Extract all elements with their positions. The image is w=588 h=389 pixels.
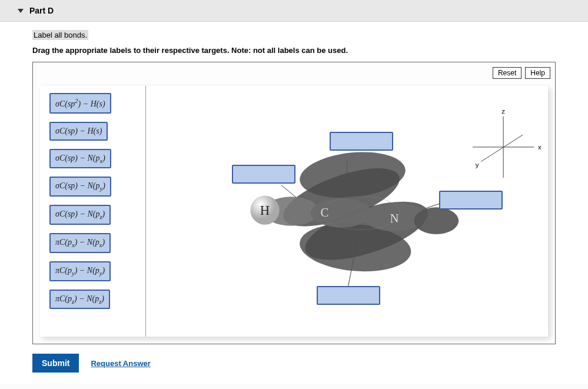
drop-target-right[interactable]: [439, 191, 503, 210]
drop-target-bottom[interactable]: [317, 286, 380, 305]
part-title: Part D: [29, 6, 54, 15]
prompt-secondary: Drag the appropriate labels to their res…: [32, 46, 556, 55]
drag-label-1[interactable]: σC(sp) − H(s): [49, 122, 108, 141]
drag-label-2[interactable]: σC(sp) − N(px): [49, 149, 111, 169]
drag-label-5[interactable]: πC(px) − N(px): [49, 233, 111, 253]
help-button[interactable]: Help: [525, 67, 550, 79]
part-header[interactable]: Part D: [0, 0, 588, 22]
footer: Submit Request Answer: [32, 354, 556, 373]
work-area: Reset Help σC(sp2) − H(s)σC(sp) − H(s)σC…: [32, 62, 556, 344]
svg-point-11: [414, 207, 459, 234]
label-palette: σC(sp2) − H(s)σC(sp) − H(s)σC(sp) − N(px…: [40, 86, 146, 337]
axis-widget: x z y: [473, 108, 542, 178]
svg-point-9: [311, 198, 372, 227]
prompt-primary: Label all bonds.: [32, 30, 88, 40]
submit-button[interactable]: Submit: [32, 354, 79, 373]
axis-y: y: [476, 161, 479, 168]
drag-label-0[interactable]: σC(sp2) − H(s): [49, 93, 111, 114]
caret-down-icon: [18, 9, 24, 13]
content-area: Label all bonds. Drag the appropriate la…: [0, 22, 588, 384]
atom-label-h: H: [260, 203, 270, 218]
reset-button[interactable]: Reset: [493, 67, 521, 79]
axis-x: x: [538, 144, 542, 151]
toolbar: Reset Help: [493, 67, 550, 79]
atom-label-c: C: [321, 205, 329, 220]
svg-line-16: [481, 135, 523, 162]
drag-label-3[interactable]: σC(sp) − N(py): [49, 177, 111, 197]
drag-label-7[interactable]: πC(pz) − N(pz): [49, 290, 110, 310]
diagram-area: H C N x z y: [146, 86, 548, 337]
drop-target-top[interactable]: [330, 132, 393, 151]
interactive-canvas: σC(sp2) − H(s)σC(sp) − H(s)σC(sp) − N(px…: [40, 86, 548, 337]
atom-label-n: N: [390, 211, 399, 225]
drag-label-4[interactable]: σC(sp) − N(pz): [49, 205, 111, 225]
drop-target-left[interactable]: [232, 165, 295, 184]
drag-label-6[interactable]: πC(py) − N(py): [49, 261, 111, 281]
request-answer-link[interactable]: Request Answer: [91, 359, 150, 368]
axis-z: z: [501, 108, 505, 115]
